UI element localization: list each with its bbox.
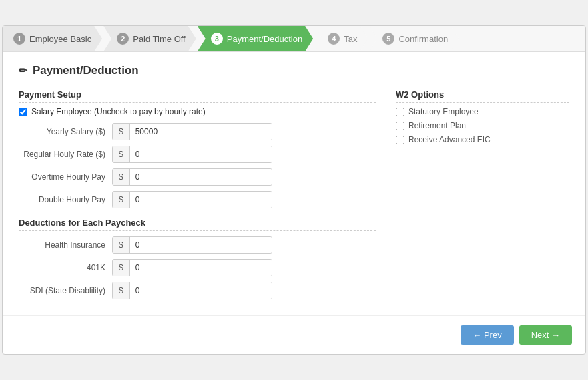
- sdi-label: SDI (State Disablility): [19, 286, 112, 295]
- step-1-label: Employee Basic: [29, 34, 91, 44]
- step-4-label: Tax: [344, 34, 357, 44]
- step-confirmation[interactable]: 5 Confirmation: [369, 26, 459, 51]
- double-hourly-prefix: $: [113, 192, 130, 208]
- deductions-title: Deductions for Each Paycheck: [19, 218, 376, 231]
- regular-hourly-row: Regular Houly Rate ($) $: [19, 146, 376, 163]
- sdi-prefix: $: [113, 282, 130, 299]
- double-hourly-input[interactable]: [130, 192, 272, 208]
- w2-options-title: W2 Options: [396, 89, 569, 103]
- step-5-number: 5: [382, 33, 394, 45]
- regular-hourly-prefix: $: [113, 146, 130, 162]
- health-insurance-input-group: $: [112, 236, 272, 254]
- health-insurance-prefix: $: [113, 237, 130, 253]
- 401k-input-group: $: [112, 259, 272, 276]
- step-tax[interactable]: 4 Tax: [314, 26, 368, 51]
- step-1-number: 1: [13, 33, 25, 45]
- statutory-employee-row: Statutory Employee: [396, 107, 569, 116]
- step-5-label: Confirmation: [398, 34, 448, 44]
- left-column: Payment Setup Salary Employee (Uncheck t…: [19, 89, 376, 305]
- step-3-number: 3: [211, 33, 223, 45]
- yearly-salary-input[interactable]: [130, 124, 272, 140]
- receive-advanced-eic-checkbox[interactable]: [396, 136, 404, 144]
- overtime-hourly-prefix: $: [113, 169, 130, 185]
- double-hourly-label: Double Hourly Pay: [19, 195, 112, 204]
- statutory-employee-label: Statutory Employee: [408, 107, 479, 116]
- receive-advanced-eic-label: Receive Advanced EIC: [408, 135, 491, 144]
- two-column-layout: Payment Setup Salary Employee (Uncheck t…: [19, 89, 569, 305]
- double-hourly-input-group: $: [112, 191, 272, 208]
- salary-checkbox-row: Salary Employee (Uncheck to pay by hourl…: [19, 107, 376, 116]
- regular-hourly-input-group: $: [112, 146, 272, 163]
- statutory-employee-checkbox[interactable]: [396, 108, 404, 116]
- health-insurance-input[interactable]: [130, 237, 272, 253]
- step-3-label: Payment/Deduction: [227, 34, 302, 44]
- step-2-number: 2: [117, 33, 129, 45]
- salary-checkbox-label: Salary Employee (Uncheck to pay by hourl…: [31, 107, 206, 116]
- step-paid-time-off[interactable]: 2 Paid Time Off: [103, 26, 196, 51]
- pencil-icon: ✏: [19, 65, 27, 77]
- footer: ← Prev Next →: [3, 315, 585, 354]
- yearly-salary-prefix: $: [113, 124, 130, 140]
- step-employee-basic[interactable]: 1 Employee Basic: [3, 26, 102, 51]
- overtime-hourly-input-group: $: [112, 168, 272, 186]
- overtime-hourly-input[interactable]: [130, 169, 272, 185]
- health-insurance-label: Health Insurance: [19, 240, 112, 250]
- step-4-number: 4: [328, 33, 340, 45]
- 401k-input[interactable]: [130, 260, 272, 276]
- 401k-label: 401K: [19, 263, 112, 272]
- step-2-label: Paid Time Off: [133, 34, 186, 44]
- yearly-salary-label: Yearly Salary ($): [19, 127, 112, 136]
- sdi-row: SDI (State Disablility) $: [19, 282, 376, 299]
- 401k-prefix: $: [113, 260, 130, 276]
- salary-checkbox[interactable]: [19, 108, 27, 116]
- next-button[interactable]: Next →: [519, 325, 572, 345]
- retirement-plan-label: Retirement Plan: [408, 121, 466, 130]
- step-payment-deduction[interactable]: 3 Payment/Deduction: [198, 26, 313, 51]
- regular-hourly-input[interactable]: [130, 146, 272, 162]
- wizard-steps: 1 Employee Basic 2 Paid Time Off 3 Payme…: [3, 26, 585, 52]
- yearly-salary-row: Yearly Salary ($) $: [19, 123, 376, 140]
- payment-setup-title: Payment Setup: [19, 89, 376, 103]
- prev-button[interactable]: ← Prev: [461, 325, 513, 345]
- 401k-row: 401K $: [19, 259, 376, 276]
- yearly-salary-input-group: $: [112, 123, 272, 140]
- sdi-input-group: $: [112, 282, 272, 299]
- right-column: W2 Options Statutory Employee Retirement…: [396, 89, 569, 305]
- health-insurance-row: Health Insurance $: [19, 236, 376, 254]
- overtime-hourly-row: Overtime Hourly Pay $: [19, 168, 376, 186]
- overtime-hourly-label: Overtime Hourly Pay: [19, 172, 112, 182]
- double-hourly-row: Double Hourly Pay $: [19, 191, 376, 208]
- retirement-plan-checkbox[interactable]: [396, 122, 404, 130]
- receive-advanced-eic-row: Receive Advanced EIC: [396, 135, 569, 144]
- content-area: ✏ Payment/Deduction Payment Setup Salary…: [3, 52, 585, 311]
- retirement-plan-row: Retirement Plan: [396, 121, 569, 130]
- page-title: ✏ Payment/Deduction: [19, 64, 569, 77]
- regular-hourly-label: Regular Houly Rate ($): [19, 150, 112, 159]
- main-container: 1 Employee Basic 2 Paid Time Off 3 Payme…: [2, 25, 586, 355]
- sdi-input[interactable]: [130, 282, 272, 299]
- page-title-text: Payment/Deduction: [33, 64, 139, 77]
